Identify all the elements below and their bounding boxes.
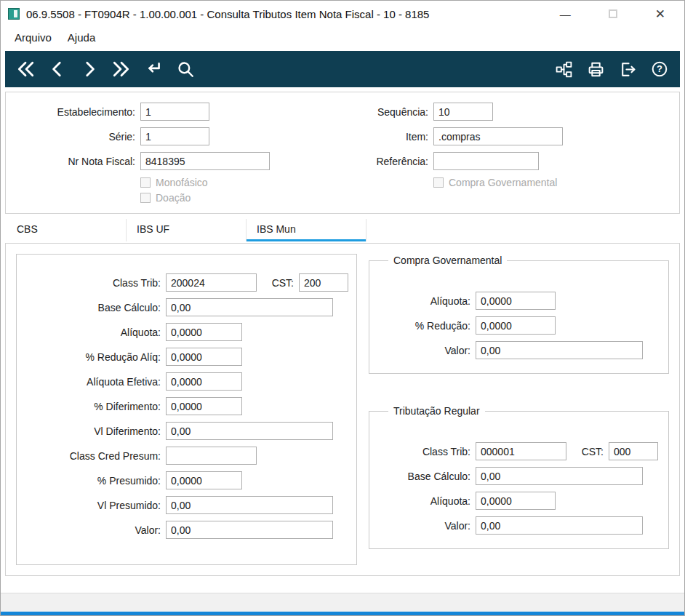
class-trib-input[interactable] [166,273,257,292]
toolbar-nav-group [14,57,197,81]
header-form: Estabelecimento: Série: Nr Nota Fiscal: … [5,92,680,214]
estabelecimento-label: Estabelecimento: [6,106,140,118]
tab-cbs[interactable]: CBS [7,219,127,241]
toolbar-action-group: ? [552,57,671,81]
referencia-label: Referência: [348,156,433,167]
tr-aliquota-label: Alíquota: [380,495,476,507]
menu-ajuda[interactable]: Ajuda [60,28,103,47]
window-title: 06.9.5508 - FT0904R - 1.00.00.001 - Cons… [26,8,429,20]
serie-input[interactable] [140,127,209,145]
previous-record-button[interactable] [46,57,69,81]
perc-presumido-input[interactable] [166,471,242,489]
class-trib-label: Class Trib: [17,277,166,289]
item-label: Item: [348,131,433,143]
compra-governamental-label: Compra Governamental [449,177,557,188]
ibs-mun-right-column: Compra Governamental Alíquota: % Redução… [369,254,669,565]
aliquota-input[interactable] [166,323,242,341]
search-icon [176,60,195,79]
svg-text:?: ? [657,63,662,74]
vl-diferimento-input[interactable] [166,422,333,440]
ibs-mun-panel: Class Trib: CST: Base Cálculo: Alíquota:… [5,243,680,576]
cg-valor-input[interactable] [476,341,643,359]
exit-button[interactable] [616,57,639,81]
window-controls: — ✕ [560,8,677,20]
aliquota-efetiva-label: Alíquota Efetiva: [17,376,166,388]
double-chevron-left-icon [16,60,35,79]
tr-base-calculo-label: Base Cálculo: [380,471,476,482]
close-button[interactable]: ✕ [655,8,665,20]
titlebar: 06.9.5508 - FT0904R - 1.00.00.001 - Cons… [1,1,684,27]
cst-input[interactable] [299,273,348,292]
cg-valor-label: Valor: [380,345,476,356]
nr-nota-fiscal-label: Nr Nota Fiscal: [6,156,140,167]
monofasico-checkbox[interactable] [140,177,151,188]
cg-aliquota-input[interactable] [476,292,556,310]
cg-perc-reducao-input[interactable] [476,316,556,335]
menu-arquivo[interactable]: Arquivo [7,28,60,47]
help-icon: ? [650,60,669,79]
valor-label: Valor: [17,524,166,536]
estabelecimento-input[interactable] [140,103,209,121]
exit-icon [619,60,637,79]
aliquota-efetiva-input[interactable] [166,372,242,391]
enter-icon [144,60,163,79]
tr-aliquota-input[interactable] [476,492,556,510]
app-window: 06.9.5508 - FT0904R - 1.00.00.001 - Cons… [0,0,685,616]
menubar: Arquivo Ajuda [1,27,684,48]
toolbar: ? [5,51,680,87]
tr-class-trib-label: Class Trib: [380,446,476,457]
cg-perc-reducao-label: % Redução: [380,320,476,332]
window-bottom-accent [1,612,684,615]
tr-class-trib-input[interactable] [476,442,566,460]
sequencia-input[interactable] [433,103,493,121]
tab-ibs-mun[interactable]: IBS Mun [247,219,366,241]
chevron-right-icon [80,60,99,79]
ibs-mun-left-group: Class Trib: CST: Base Cálculo: Alíquota:… [16,254,357,565]
sequencia-label: Sequência: [348,106,433,118]
chevron-left-icon [48,60,67,79]
enter-query-button[interactable] [142,57,165,81]
next-record-button[interactable] [78,57,101,81]
tributacao-regular-group: Tributação Regular Class Trib: CST: Base… [369,411,669,549]
monofasico-label: Monofásico [156,177,208,188]
tr-cst-input[interactable] [609,442,658,460]
perc-reducao-aliq-input[interactable] [166,348,242,366]
double-chevron-right-icon [112,60,131,79]
serie-label: Série: [6,131,140,143]
compra-governamental-group-title: Compra Governamental [388,255,507,266]
nr-nota-fiscal-input[interactable] [140,152,270,170]
base-calculo-label: Base Cálculo: [17,302,166,313]
status-bar [1,593,684,612]
tr-cst-label: CST: [566,446,609,457]
referencia-input[interactable] [433,152,539,170]
print-button[interactable] [584,57,607,81]
tr-valor-input[interactable] [476,516,643,535]
search-button[interactable] [174,57,197,81]
compra-governamental-checkbox[interactable] [433,177,444,188]
tr-valor-label: Valor: [380,520,476,532]
vl-presumido-input[interactable] [166,496,333,514]
vl-diferimento-label: Vl Diferimento: [17,425,166,437]
maximize-button[interactable] [609,9,617,18]
print-icon [587,60,605,79]
tributacao-regular-group-title: Tributação Regular [388,405,485,417]
minimize-button[interactable]: — [560,9,571,20]
aliquota-label: Alíquota: [17,327,166,338]
first-record-button[interactable] [14,57,37,81]
perc-reducao-aliq-label: % Redução Alíq: [17,351,166,363]
perc-diferimento-input[interactable] [166,397,242,415]
last-record-button[interactable] [110,57,133,81]
cst-label: CST: [257,277,299,289]
tab-ibs-uf[interactable]: IBS UF [127,219,247,241]
program-flow-button[interactable] [552,57,575,81]
tr-base-calculo-input[interactable] [476,467,643,485]
class-cred-presum-input[interactable] [166,447,257,465]
base-calculo-input[interactable] [166,298,333,316]
vl-presumido-label: Vl Presumido: [17,500,166,511]
perc-diferimento-label: % Diferimento: [17,401,166,412]
valor-input[interactable] [166,521,333,539]
help-button[interactable]: ? [648,57,671,81]
doacao-checkbox[interactable] [140,193,151,203]
item-input[interactable] [433,127,563,145]
cg-aliquota-label: Alíquota: [380,295,476,307]
